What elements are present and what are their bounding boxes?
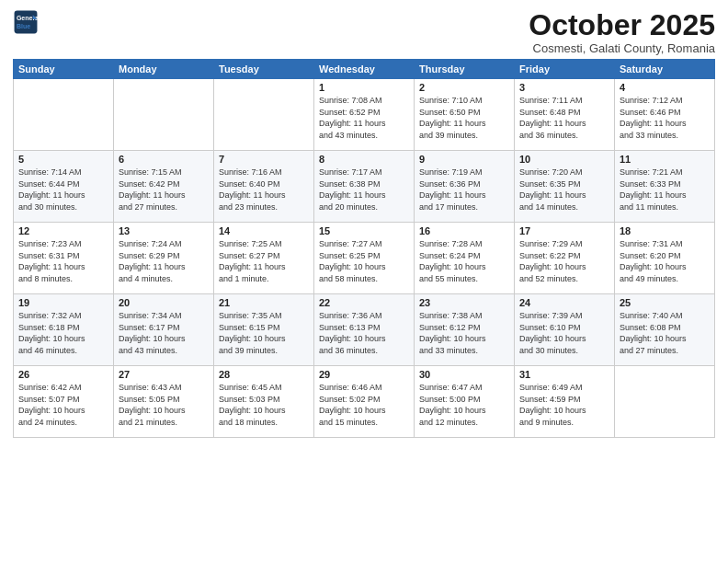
day-number: 18 <box>620 225 710 236</box>
day-info: Sunrise: 7:25 AM Sunset: 6:27 PM Dayligh… <box>219 238 309 284</box>
table-row <box>214 79 314 151</box>
day-info: Sunrise: 7:10 AM Sunset: 6:50 PM Dayligh… <box>419 95 509 141</box>
day-number: 23 <box>419 297 509 308</box>
logo-icon: General Blue <box>13 9 39 35</box>
table-row: 29Sunrise: 6:46 AM Sunset: 5:02 PM Dayli… <box>314 366 415 438</box>
table-row: 31Sunrise: 6:49 AM Sunset: 4:59 PM Dayli… <box>515 366 615 438</box>
day-info: Sunrise: 7:32 AM Sunset: 6:18 PM Dayligh… <box>18 310 108 356</box>
table-row: 7Sunrise: 7:16 AM Sunset: 6:40 PM Daylig… <box>214 151 314 223</box>
day-info: Sunrise: 7:40 AM Sunset: 6:08 PM Dayligh… <box>620 310 710 356</box>
table-row: 27Sunrise: 6:43 AM Sunset: 5:05 PM Dayli… <box>114 366 214 438</box>
day-info: Sunrise: 7:38 AM Sunset: 6:12 PM Dayligh… <box>419 310 509 356</box>
table-row <box>114 79 214 151</box>
day-number: 6 <box>119 154 209 165</box>
table-row: 11Sunrise: 7:21 AM Sunset: 6:33 PM Dayli… <box>615 151 715 223</box>
table-row: 12Sunrise: 7:23 AM Sunset: 6:31 PM Dayli… <box>14 223 114 294</box>
day-number: 8 <box>319 154 409 165</box>
day-info: Sunrise: 7:39 AM Sunset: 6:10 PM Dayligh… <box>519 310 609 356</box>
day-info: Sunrise: 6:42 AM Sunset: 5:07 PM Dayligh… <box>18 382 108 428</box>
table-row <box>615 366 715 438</box>
header: General Blue October 2025 Cosmesti, Gala… <box>13 9 715 55</box>
table-row: 10Sunrise: 7:20 AM Sunset: 6:35 PM Dayli… <box>515 151 615 223</box>
header-tuesday: Tuesday <box>214 60 314 79</box>
day-number: 19 <box>18 297 108 308</box>
day-number: 31 <box>519 369 609 380</box>
table-row: 19Sunrise: 7:32 AM Sunset: 6:18 PM Dayli… <box>14 294 114 366</box>
table-row: 4Sunrise: 7:12 AM Sunset: 6:46 PM Daylig… <box>615 79 715 151</box>
svg-rect-0 <box>15 11 38 34</box>
table-row: 22Sunrise: 7:36 AM Sunset: 6:13 PM Dayli… <box>314 294 415 366</box>
table-row: 16Sunrise: 7:28 AM Sunset: 6:24 PM Dayli… <box>415 223 515 294</box>
title-block: October 2025 Cosmesti, Galati County, Ro… <box>529 9 715 55</box>
day-number: 7 <box>219 154 309 165</box>
day-info: Sunrise: 7:31 AM Sunset: 6:20 PM Dayligh… <box>620 238 710 284</box>
table-row: 1Sunrise: 7:08 AM Sunset: 6:52 PM Daylig… <box>314 79 415 151</box>
header-sunday: Sunday <box>14 60 114 79</box>
table-row: 15Sunrise: 7:27 AM Sunset: 6:25 PM Dayli… <box>314 223 415 294</box>
table-row: 30Sunrise: 6:47 AM Sunset: 5:00 PM Dayli… <box>415 366 515 438</box>
calendar-week-row: 26Sunrise: 6:42 AM Sunset: 5:07 PM Dayli… <box>14 366 715 438</box>
day-number: 29 <box>319 369 409 380</box>
table-row: 13Sunrise: 7:24 AM Sunset: 6:29 PM Dayli… <box>114 223 214 294</box>
calendar-table: Sunday Monday Tuesday Wednesday Thursday… <box>13 59 715 438</box>
calendar-week-row: 19Sunrise: 7:32 AM Sunset: 6:18 PM Dayli… <box>14 294 715 366</box>
table-row: 9Sunrise: 7:19 AM Sunset: 6:36 PM Daylig… <box>415 151 515 223</box>
table-row: 26Sunrise: 6:42 AM Sunset: 5:07 PM Dayli… <box>14 366 114 438</box>
table-row: 8Sunrise: 7:17 AM Sunset: 6:38 PM Daylig… <box>314 151 415 223</box>
day-info: Sunrise: 6:49 AM Sunset: 4:59 PM Dayligh… <box>519 382 609 428</box>
day-info: Sunrise: 7:17 AM Sunset: 6:38 PM Dayligh… <box>319 167 409 213</box>
svg-text:Blue: Blue <box>17 23 30 29</box>
day-number: 28 <box>219 369 309 380</box>
day-info: Sunrise: 7:28 AM Sunset: 6:24 PM Dayligh… <box>419 238 509 284</box>
table-row: 2Sunrise: 7:10 AM Sunset: 6:50 PM Daylig… <box>415 79 515 151</box>
day-number: 10 <box>519 154 609 165</box>
day-info: Sunrise: 7:08 AM Sunset: 6:52 PM Dayligh… <box>319 95 409 141</box>
day-info: Sunrise: 7:14 AM Sunset: 6:44 PM Dayligh… <box>18 167 108 213</box>
day-info: Sunrise: 7:34 AM Sunset: 6:17 PM Dayligh… <box>119 310 209 356</box>
table-row: 18Sunrise: 7:31 AM Sunset: 6:20 PM Dayli… <box>615 223 715 294</box>
table-row: 17Sunrise: 7:29 AM Sunset: 6:22 PM Dayli… <box>515 223 615 294</box>
table-row: 5Sunrise: 7:14 AM Sunset: 6:44 PM Daylig… <box>14 151 114 223</box>
day-info: Sunrise: 7:12 AM Sunset: 6:46 PM Dayligh… <box>620 95 710 141</box>
month-title: October 2025 <box>529 9 715 41</box>
table-row: 23Sunrise: 7:38 AM Sunset: 6:12 PM Dayli… <box>415 294 515 366</box>
header-thursday: Thursday <box>415 60 515 79</box>
page-container: General Blue October 2025 Cosmesti, Gala… <box>0 0 728 445</box>
day-number: 30 <box>419 369 509 380</box>
table-row: 20Sunrise: 7:34 AM Sunset: 6:17 PM Dayli… <box>114 294 214 366</box>
calendar-week-row: 1Sunrise: 7:08 AM Sunset: 6:52 PM Daylig… <box>14 79 715 151</box>
day-info: Sunrise: 7:15 AM Sunset: 6:42 PM Dayligh… <box>119 167 209 213</box>
day-number: 12 <box>18 225 108 236</box>
day-number: 27 <box>119 369 209 380</box>
day-number: 25 <box>620 297 710 308</box>
day-number: 1 <box>319 82 409 93</box>
day-info: Sunrise: 6:45 AM Sunset: 5:03 PM Dayligh… <box>219 382 309 428</box>
day-info: Sunrise: 7:29 AM Sunset: 6:22 PM Dayligh… <box>519 238 609 284</box>
day-number: 26 <box>18 369 108 380</box>
day-number: 15 <box>319 225 409 236</box>
day-number: 20 <box>119 297 209 308</box>
day-number: 2 <box>419 82 509 93</box>
subtitle: Cosmesti, Galati County, Romania <box>529 41 715 55</box>
day-number: 22 <box>319 297 409 308</box>
day-info: Sunrise: 7:20 AM Sunset: 6:35 PM Dayligh… <box>519 167 609 213</box>
day-info: Sunrise: 7:35 AM Sunset: 6:15 PM Dayligh… <box>219 310 309 356</box>
day-number: 17 <box>519 225 609 236</box>
day-number: 5 <box>18 154 108 165</box>
day-number: 16 <box>419 225 509 236</box>
header-saturday: Saturday <box>615 60 715 79</box>
table-row <box>14 79 114 151</box>
day-info: Sunrise: 7:24 AM Sunset: 6:29 PM Dayligh… <box>119 238 209 284</box>
table-row: 14Sunrise: 7:25 AM Sunset: 6:27 PM Dayli… <box>214 223 314 294</box>
day-info: Sunrise: 7:36 AM Sunset: 6:13 PM Dayligh… <box>319 310 409 356</box>
day-info: Sunrise: 7:16 AM Sunset: 6:40 PM Dayligh… <box>219 167 309 213</box>
day-info: Sunrise: 7:23 AM Sunset: 6:31 PM Dayligh… <box>18 238 108 284</box>
table-row: 24Sunrise: 7:39 AM Sunset: 6:10 PM Dayli… <box>515 294 615 366</box>
day-info: Sunrise: 7:27 AM Sunset: 6:25 PM Dayligh… <box>319 238 409 284</box>
day-number: 9 <box>419 154 509 165</box>
header-monday: Monday <box>114 60 214 79</box>
calendar-week-row: 5Sunrise: 7:14 AM Sunset: 6:44 PM Daylig… <box>14 151 715 223</box>
logo: General Blue <box>13 9 39 35</box>
day-info: Sunrise: 6:46 AM Sunset: 5:02 PM Dayligh… <box>319 382 409 428</box>
header-wednesday: Wednesday <box>314 60 415 79</box>
